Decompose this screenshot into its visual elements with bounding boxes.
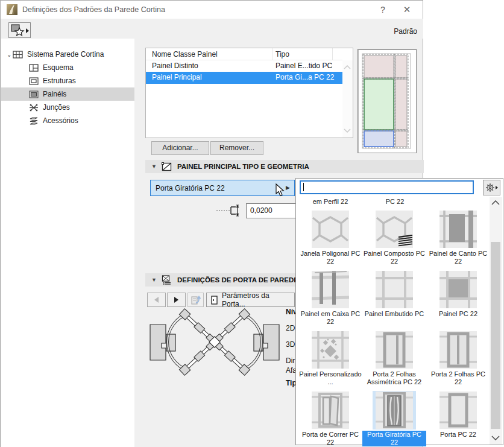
scroll-down-icon[interactable] [344, 128, 351, 133]
curtain-wall-system-icon [13, 50, 23, 59]
remove-button[interactable]: Remover... [210, 141, 263, 155]
panel-type-item-label: Porta de Correr PC 22 [299, 431, 362, 446]
pattern-preview [358, 49, 417, 153]
door-plan-preview [149, 308, 280, 376]
frames-icon [29, 77, 39, 86]
panel-type-item-label: Porta PC 22 [427, 431, 490, 439]
collapse-arrow-icon[interactable]: ▼ [151, 277, 157, 283]
transfer-settings-icon [191, 295, 201, 305]
sidebar-item-label: Painéis [43, 90, 66, 98]
help-button[interactable]: ? [370, 1, 396, 19]
tree-expand-arrow-icon[interactable]: ⌄ [7, 51, 13, 58]
door2a-thumbnail-icon[interactable] [375, 331, 414, 369]
close-button[interactable]: ✕ [394, 1, 420, 19]
scroll-up-icon[interactable] [344, 65, 351, 70]
panel-type-item-porta-2-folhas-assim-trica-pc-22[interactable]: Porta 2 Folhas Assimétrica PC 22 [362, 329, 426, 390]
panel-class-type: Painel E...tido PC [276, 62, 332, 70]
collapse-arrow-icon[interactable]: ▼ [151, 163, 157, 170]
table-row[interactable]: Painel DistintoPainel E...tido PC [146, 60, 342, 72]
sidebar-item-jun-es[interactable]: Junções [1, 101, 134, 114]
door-slide-thumbnail-icon[interactable] [311, 391, 350, 430]
hex-thumbnail-icon[interactable] [311, 210, 350, 249]
add-button[interactable]: Adicionar... [151, 141, 209, 155]
scroll-up-icon[interactable] [491, 200, 500, 206]
panel-type-item-label: Porta Giratória PC 22 [362, 431, 426, 446]
transfer-settings-button[interactable] [187, 293, 204, 307]
partial-item-label[interactable]: em Perfil 22 [298, 198, 362, 205]
partial-item-label[interactable]: PC 22 [363, 198, 427, 205]
settings-tree-sidebar: ⌄Sistema Parede CortinaEsquemaEstruturas… [1, 39, 134, 447]
panel-type-picker-popup: em Perfil 22PC 22 Janela Poligonal PC 22… [295, 178, 503, 445]
door2-thumbnail-icon[interactable] [439, 331, 477, 369]
mouse-cursor [276, 183, 285, 197]
panel-type-item-painel-composto-pc-22[interactable]: Painel Composto PC 22 [362, 209, 426, 269]
search-input[interactable] [300, 180, 474, 194]
panel-type-item-porta-2-folhas-pc-22[interactable]: Porta 2 Folhas PC 22 [426, 329, 490, 390]
panel-type-dropdown[interactable]: Porta Giratória PC 22 ▶ [150, 180, 295, 196]
flyout-arrow-icon: ▶ [286, 185, 290, 191]
scroll-down-icon[interactable] [491, 435, 500, 440]
panel-class-list[interactable]: Nome Classe Painel Tipo Painel DistintoP… [145, 48, 353, 138]
panel-type-grid: Janela Poligonal PC 22Painel Composto PC… [298, 209, 490, 447]
panel-icon [29, 90, 39, 99]
panel-type-item-painel-embutido-pc[interactable]: Painel Embutido PC [362, 269, 426, 329]
panel-type-item-label: Painel Personalizado ... [299, 370, 362, 386]
panel-thickness-icon [216, 204, 243, 217]
text-caret [303, 183, 304, 191]
arrow-left-icon [154, 297, 159, 303]
sidebar-item-label: Sistema Parede Cortina [27, 50, 104, 59]
diamonds-thumbnail-icon[interactable] [311, 331, 350, 369]
sidebar-item-label: Acessórios [43, 116, 78, 125]
title-bar[interactable]: Definições dos Padrões da Parede Cortina… [1, 1, 423, 19]
scrollbar-thumb[interactable] [491, 242, 500, 429]
square-star-flyout-icon [9, 23, 30, 37]
panel-type-item-label: Porta 2 Folhas Assimétrica PC 22 [363, 370, 426, 386]
preset-label: Padrão [394, 27, 417, 36]
favorites-button[interactable] [8, 22, 31, 38]
door-parameters-button[interactable]: Parâmetros da Porta... [206, 293, 295, 307]
table-row[interactable]: Painel PrincipalPorta Gi...a PC 22▶ [146, 72, 342, 84]
sidebar-item-esquema[interactable]: Esquema [1, 61, 134, 74]
sidebar-item-sistema-parede-cortina[interactable]: ⌄Sistema Parede Cortina [1, 48, 134, 61]
grid-thumbnail-icon[interactable] [375, 270, 414, 309]
sidebar-item-estruturas[interactable]: Estruturas [1, 74, 134, 87]
sidebar-item-pain-is[interactable]: Painéis [1, 87, 134, 101]
gear-flyout-icon [485, 182, 499, 193]
column-divider [272, 48, 272, 60]
screenshot-root: Definições dos Padrões da Parede Cortina… [0, 0, 504, 447]
panel-type-item-painel-em-caixa-pc-22[interactable]: Painel em Caixa PC 22 [298, 269, 362, 329]
door-param-label: Dir [286, 357, 295, 365]
pattern-preview-drawing [360, 51, 414, 151]
door1-thumbnail-icon[interactable] [439, 391, 477, 430]
door-rev-thumbnail-icon[interactable] [373, 391, 416, 430]
panel-class-type: Porta Gi...a PC 22 [276, 73, 334, 81]
hex-hatch-thumbnail-icon[interactable] [375, 210, 414, 249]
panel-type-item-painel-de-canto-pc-22[interactable]: Painel de Canto PC 22 [426, 209, 490, 269]
corner-thumbnail-icon[interactable] [439, 210, 477, 249]
grid-fill-thumbnail-icon[interactable] [439, 270, 477, 309]
panel-type-item-janela-poligonal-pc-22[interactable]: Janela Poligonal PC 22 [298, 209, 362, 269]
panel-type-item-porta-de-correr-pc-22[interactable]: Porta de Correr PC 22 [298, 390, 362, 447]
panel-type-item-label: Painel de Canto PC 22 [427, 250, 490, 265]
panel-class-name: Painel Principal [152, 73, 202, 81]
door-icon [211, 296, 218, 305]
thickness-input[interactable]: 0,0200 [246, 203, 297, 218]
popup-scrollbar[interactable] [490, 197, 502, 445]
section-header-panel-type-geometry[interactable]: ▼ PAINEL PRINCIPAL TIPO E GEOMETRIA [145, 160, 424, 173]
next-button[interactable] [167, 293, 186, 307]
box-thumbnail-icon[interactable] [311, 270, 350, 309]
sidebar-item-label: Junções [43, 103, 70, 112]
panel-type-item-porta-girat-ria-pc-22[interactable]: Porta Giratória PC 22 [362, 390, 426, 447]
panel-list-scrollbar[interactable] [342, 60, 353, 138]
panel-type-item-painel-personalizado-[interactable]: Painel Personalizado ... [298, 329, 362, 390]
popup-settings-button[interactable] [483, 180, 500, 195]
section-title: PAINEL PRINCIPAL TIPO E GEOMETRIA [177, 163, 309, 170]
previous-button[interactable] [147, 293, 166, 307]
sidebar-item-acess-rios[interactable]: Acessórios [1, 114, 134, 127]
panel-type-icon [162, 162, 172, 171]
sidebar-item-label: Estruturas [43, 77, 76, 85]
help-icon: ? [380, 5, 385, 14]
panel-type-item-painel-pc-22[interactable]: Painel PC 22 [426, 269, 490, 329]
panel-type-item-porta-pc-22[interactable]: Porta PC 22 [426, 390, 490, 447]
door-settings-icon [162, 275, 172, 285]
